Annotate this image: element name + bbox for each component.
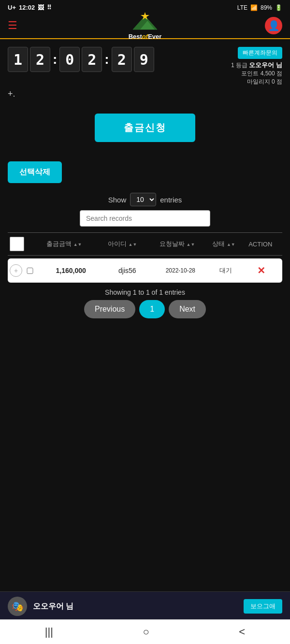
clock-digit-4: 2 bbox=[82, 47, 102, 72]
entries-select[interactable]: 10 25 50 bbox=[130, 193, 156, 206]
pagination: Previous 1 Next bbox=[8, 300, 282, 318]
previous-button[interactable]: Previous bbox=[84, 300, 135, 318]
user-name: 오오우어 님 bbox=[249, 61, 282, 69]
th-date: 요청날짜 ▲▼ bbox=[147, 240, 207, 248]
hamburger-menu-icon[interactable]: ☰ bbox=[8, 19, 17, 32]
row-checkbox[interactable] bbox=[24, 268, 36, 274]
quick-contact-button[interactable]: 빠른계좌문의 bbox=[238, 47, 282, 59]
signal-icon: 📶 bbox=[250, 4, 258, 11]
grade-label: 1 등급 bbox=[231, 62, 247, 69]
sort-date-icon[interactable]: ▲▼ bbox=[187, 242, 195, 247]
user-points: 포인트 4,500 점 bbox=[231, 70, 282, 78]
status-time: 12:02 bbox=[19, 4, 35, 11]
lte-label: LTE bbox=[237, 4, 247, 11]
cell-amount: 1,160,000 bbox=[39, 267, 103, 274]
header-logo: BestofEver bbox=[128, 11, 162, 40]
clock-digit-5: 2 bbox=[112, 47, 132, 72]
entries-label: entries bbox=[160, 196, 182, 204]
clock-digit-1: 1 bbox=[8, 47, 28, 72]
clock-display: 1 2 : 0 2 : 2 9 bbox=[8, 47, 154, 72]
user-grade: 1 등급 오오우어 님 bbox=[231, 61, 282, 70]
cell-id: djis56 bbox=[103, 267, 151, 274]
show-label: Show bbox=[108, 196, 127, 204]
table-row: + 1,160,000 djis56 2022-10-28 대기 ✕ bbox=[8, 258, 282, 283]
table-header: 출금금액 ▲▼ 아이디 ▲▼ 요청날짜 ▲▼ 상태 ▲▼ ACTION bbox=[8, 233, 282, 256]
th-amount: 출금금액 ▲▼ bbox=[31, 240, 98, 248]
clock-digit-3: 0 bbox=[59, 47, 80, 72]
th-id: 아이디 ▲▼ bbox=[98, 240, 147, 248]
bottom-action-button[interactable]: 보으그애 bbox=[244, 599, 282, 614]
th-status: 상태 ▲▼ bbox=[207, 240, 241, 248]
sort-status-icon[interactable]: ▲▼ bbox=[227, 242, 235, 247]
clock-colon-2: : bbox=[104, 52, 109, 67]
cell-date: 2022-10-28 bbox=[151, 267, 209, 274]
logo-svg bbox=[128, 11, 162, 33]
delete-row-button[interactable]: ✕ bbox=[257, 265, 265, 276]
user-mileage: 마일리지 0 점 bbox=[231, 78, 282, 86]
th-action: ACTION bbox=[240, 241, 280, 248]
withdraw-button[interactable]: 출금신청 bbox=[95, 114, 195, 142]
main-content: 1 2 : 0 2 : 2 9 빠른계좌문의 1 등급 오오우어 님 포인트 4… bbox=[0, 39, 290, 333]
cell-status: 대기 bbox=[209, 266, 242, 275]
dots-icon: ⠿ bbox=[47, 4, 52, 11]
nav-back-button[interactable]: < bbox=[229, 624, 255, 640]
media-icon: 🖼 bbox=[38, 4, 44, 11]
plus-area: +. bbox=[8, 89, 282, 99]
table-controls: Show 10 25 50 entries bbox=[8, 193, 282, 206]
user-info: 빠른계좌문의 1 등급 오오우어 님 포인트 4,500 점 마일리지 0 점 bbox=[231, 47, 282, 86]
clock-digit-6: 9 bbox=[134, 47, 154, 72]
cell-action: ✕ bbox=[242, 265, 280, 276]
sort-id-icon[interactable]: ▲▼ bbox=[129, 242, 137, 247]
points-label: 포인트 4,500 점 bbox=[241, 70, 282, 77]
profile-icon: 👤 bbox=[268, 20, 280, 31]
status-right: LTE 📶 89% 🔋 bbox=[237, 4, 282, 11]
clock-colon-1: : bbox=[53, 52, 57, 67]
logo-text: BestofEver bbox=[129, 33, 162, 40]
clock-digit-2: 2 bbox=[30, 47, 50, 72]
battery-level: 89% bbox=[261, 4, 272, 11]
nav-home-circle-button[interactable]: ○ bbox=[133, 624, 159, 640]
delete-section: 선택삭제 bbox=[8, 161, 282, 183]
sort-amount-icon[interactable]: ▲▼ bbox=[73, 242, 82, 247]
next-button[interactable]: Next bbox=[169, 300, 206, 318]
data-table: 출금금액 ▲▼ 아이디 ▲▼ 요청날짜 ▲▼ 상태 ▲▼ ACTION + 1,… bbox=[8, 232, 282, 283]
pagination-info: Showing 1 to 1 of 1 entries bbox=[8, 288, 282, 296]
carrier: U+ bbox=[8, 4, 16, 11]
mileage-label: 마일리지 0 점 bbox=[247, 78, 282, 85]
search-input[interactable] bbox=[80, 210, 210, 227]
page-1-button[interactable]: 1 bbox=[139, 300, 165, 318]
profile-button[interactable]: 👤 bbox=[265, 17, 282, 34]
bottom-avatar: 🎭 bbox=[8, 597, 27, 616]
expand-button[interactable]: + bbox=[10, 264, 22, 277]
status-left: U+ 12:02 🖼 ⠿ bbox=[8, 4, 52, 11]
nav-home-button[interactable]: ||| bbox=[35, 624, 63, 640]
clock-row: 1 2 : 0 2 : 2 9 빠른계좌문의 1 등급 오오우어 님 포인트 4… bbox=[8, 47, 282, 86]
th-checkbox bbox=[10, 237, 31, 251]
search-container bbox=[8, 210, 282, 232]
avatar-icon: 🎭 bbox=[12, 601, 24, 612]
bottom-user-bar: 🎭 오오우어 님 보으그애 bbox=[0, 591, 290, 621]
bottom-username: 오오우어 님 bbox=[33, 601, 73, 612]
delete-selected-button[interactable]: 선택삭제 bbox=[8, 161, 62, 183]
battery-icon: 🔋 bbox=[275, 4, 282, 11]
nav-bar: ||| ○ < bbox=[0, 619, 290, 644]
withdraw-section: 출금신청 bbox=[8, 114, 282, 142]
header: ☰ BestofEver 👤 bbox=[0, 13, 290, 39]
